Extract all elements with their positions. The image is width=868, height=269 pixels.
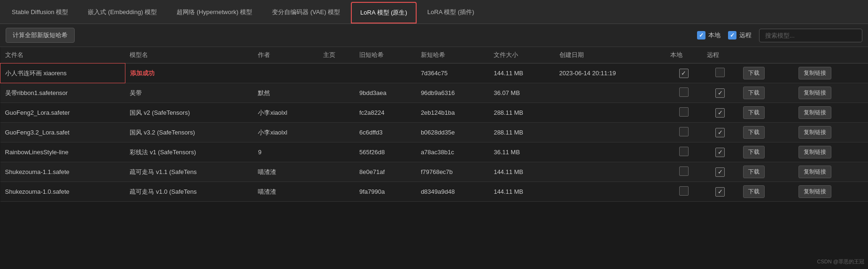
cell-author: 喵渣渣 xyxy=(253,162,318,182)
cell-remote xyxy=(702,182,738,202)
toolbar: 计算全部新版短哈希 本地 远程 xyxy=(0,24,868,47)
local-check[interactable] xyxy=(679,127,689,136)
cell-old-hash: 9fa7990a xyxy=(355,182,416,202)
local-check[interactable] xyxy=(679,147,689,156)
remote-check[interactable] xyxy=(715,167,725,177)
cell-author: 小李xiaolxl xyxy=(253,103,318,123)
cell-date xyxy=(555,142,666,162)
tab-lora-plugin[interactable]: LoRA 模型 (插件) xyxy=(418,2,483,24)
local-check[interactable] xyxy=(679,87,689,97)
local-checkbox-group: 本地 xyxy=(697,31,721,40)
tab-lora-native[interactable]: LoRA 模型 (原生) xyxy=(351,2,417,24)
download-button[interactable]: 下载 xyxy=(743,87,765,99)
cell-filename: GuoFeng2_Lora.safeter xyxy=(0,103,125,123)
cell-size: 36.07 MB xyxy=(489,83,554,103)
copy-link-button[interactable]: 复制链接 xyxy=(798,106,831,119)
cell-download: 下载 xyxy=(738,123,794,142)
copy-link-button[interactable]: 复制链接 xyxy=(798,87,831,99)
col-header xyxy=(794,47,868,63)
cell-filename: Shukezouma-1.1.safete xyxy=(0,162,125,182)
cell-old-hash: 565f26d8 xyxy=(355,142,416,162)
cell-remote xyxy=(702,103,738,123)
calc-hash-button[interactable]: 计算全部新版短哈希 xyxy=(6,28,75,43)
cell-old-hash: fc2a8224 xyxy=(355,103,416,123)
cell-date xyxy=(555,123,666,142)
cell-copy-link: 复制链接 xyxy=(794,123,868,142)
success-badge: 添加成功 xyxy=(130,70,155,77)
cell-author: 小李xiaolxl xyxy=(253,123,318,142)
table-row: Shukezouma-1.1.safete疏可走马 v1.1 (SafeTens… xyxy=(0,162,868,182)
copy-link-button[interactable]: 复制链接 xyxy=(798,67,831,79)
local-check[interactable] xyxy=(679,166,689,176)
cell-homepage xyxy=(318,162,355,182)
col-header: 主页 xyxy=(318,47,355,63)
cell-filename: 吴带ribbon1.safetensor xyxy=(0,83,125,103)
download-button[interactable]: 下载 xyxy=(743,166,765,178)
local-checkbox[interactable] xyxy=(697,31,705,40)
col-header: 新短哈希 xyxy=(416,47,489,63)
cell-modelname: 疏可走马 v1.0 (SafeTens xyxy=(125,182,253,202)
download-button[interactable]: 下载 xyxy=(743,185,765,198)
remote-check[interactable] xyxy=(715,187,725,197)
cell-size: 288.11 MB xyxy=(489,123,554,142)
table-container: 文件名模型名作者主页旧短哈希新短哈希文件大小创建日期本地远程 小人书连环画 xi… xyxy=(0,47,868,202)
cell-download: 下载 xyxy=(738,182,794,202)
remote-check[interactable] xyxy=(715,128,725,137)
local-check[interactable] xyxy=(679,186,689,196)
cell-new-hash: d8349a9d48 xyxy=(416,182,489,202)
table-row: GuoFeng2_Lora.safeter国风 v2 (SafeTensors)… xyxy=(0,103,868,123)
cell-old-hash xyxy=(355,63,416,83)
cell-modelname: 国风 v3.2 (SafeTensors) xyxy=(125,123,253,142)
tab-sd-model[interactable]: Stable Diffusion 模型 xyxy=(3,2,77,24)
search-input[interactable] xyxy=(759,29,862,42)
remote-checkbox[interactable] xyxy=(728,31,736,40)
cell-new-hash: 96db9a6316 xyxy=(416,83,489,103)
cell-filename: RainbowLinesStyle-line xyxy=(0,142,125,162)
tab-hypernetwork[interactable]: 超网络 (Hypernetwork) 模型 xyxy=(168,2,261,24)
cell-date xyxy=(555,103,666,123)
copy-link-button[interactable]: 复制链接 xyxy=(798,146,831,158)
cell-size: 144.11 MB xyxy=(489,162,554,182)
remote-check[interactable] xyxy=(715,108,725,118)
local-check[interactable] xyxy=(679,107,689,117)
download-button[interactable]: 下载 xyxy=(743,126,765,139)
copy-link-button[interactable]: 复制链接 xyxy=(798,166,831,178)
cell-local xyxy=(666,103,702,123)
cell-remote xyxy=(702,162,738,182)
local-check[interactable] xyxy=(679,69,689,78)
cell-copy-link: 复制链接 xyxy=(794,162,868,182)
cell-download: 下载 xyxy=(738,162,794,182)
cell-copy-link: 复制链接 xyxy=(794,103,868,123)
cell-homepage xyxy=(318,123,355,142)
cell-date xyxy=(555,162,666,182)
download-button[interactable]: 下载 xyxy=(743,106,765,119)
remote-check[interactable] xyxy=(715,88,725,98)
tabs-bar: Stable Diffusion 模型嵌入式 (Embedding) 模型超网络… xyxy=(0,0,868,24)
cell-size: 36.11 MB xyxy=(489,142,554,162)
remote-check[interactable] xyxy=(715,148,725,157)
tab-embedding[interactable]: 嵌入式 (Embedding) 模型 xyxy=(79,2,166,24)
cell-filename: Shukezouma-1.0.safete xyxy=(0,182,125,202)
cell-copy-link: 复制链接 xyxy=(794,142,868,162)
cell-homepage xyxy=(318,103,355,123)
col-header: 旧短哈希 xyxy=(355,47,416,63)
cell-copy-link: 复制链接 xyxy=(794,182,868,202)
cell-local xyxy=(666,63,702,83)
table-row: 小人书连环画 xiaorens添加成功7d364c75144.11 MB2023… xyxy=(0,63,868,83)
cell-author xyxy=(253,63,318,83)
cell-modelname: 添加成功 xyxy=(125,63,253,83)
download-button[interactable]: 下载 xyxy=(743,146,765,158)
col-header: 本地 xyxy=(666,47,702,63)
cell-new-hash: 2eb124b1ba xyxy=(416,103,489,123)
remote-check[interactable] xyxy=(715,68,725,77)
copy-link-button[interactable]: 复制链接 xyxy=(798,126,831,139)
cell-new-hash: b0628dd35e xyxy=(416,123,489,142)
cell-old-hash: 9bdd3aea xyxy=(355,83,416,103)
cell-local xyxy=(666,83,702,103)
table-row: 吴带ribbon1.safetensor吴带默然9bdd3aea96db9a63… xyxy=(0,83,868,103)
cell-new-hash: a78ac38b1c xyxy=(416,142,489,162)
tab-vae[interactable]: 变分自编码器 (VAE) 模型 xyxy=(263,2,349,24)
download-button[interactable]: 下载 xyxy=(743,67,765,79)
copy-link-button[interactable]: 复制链接 xyxy=(798,185,831,198)
remote-label: 远程 xyxy=(739,31,752,40)
